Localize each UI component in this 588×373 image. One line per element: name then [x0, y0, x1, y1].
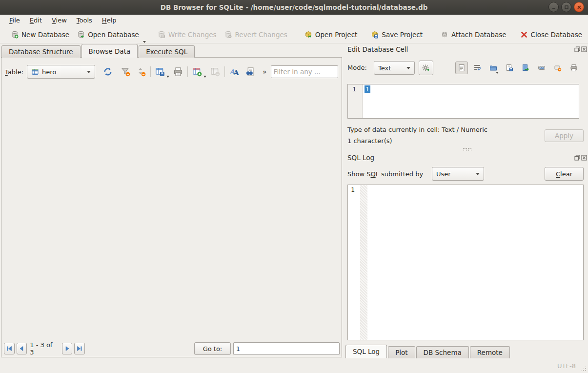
table-select[interactable]: hero [27, 65, 95, 79]
maximize-icon[interactable] [561, 2, 571, 12]
svg-text:A: A [233, 68, 239, 77]
tab-database-structure[interactable]: Database Structure [1, 45, 81, 58]
sql-log-content[interactable] [367, 185, 583, 340]
open-database-dropdown-icon[interactable] [143, 41, 146, 43]
revert-changes-button: Revert Changes [221, 29, 291, 41]
new-database-button[interactable]: New Database [7, 29, 73, 41]
revert-changes-icon [224, 31, 232, 39]
fold-margin [360, 185, 367, 340]
edit-display-format-button[interactable]: AA [228, 66, 240, 78]
cell-type-text: Type of data currently in cell: Text / N… [347, 126, 487, 133]
window-resize-grip[interactable] [581, 366, 587, 372]
cell-length-text: 1 character(s) [347, 137, 392, 145]
previous-record-button[interactable] [17, 343, 27, 354]
first-record-button[interactable] [4, 343, 15, 354]
clear-sort-icon [136, 67, 146, 77]
global-filter-input[interactable] [271, 65, 338, 78]
word-wrap-toggle[interactable] [471, 62, 483, 74]
menubar: File Edit View Tools Help [0, 15, 588, 26]
insert-record-dropdown-icon[interactable] [203, 76, 206, 78]
save-project-button[interactable]: Save Project [367, 29, 426, 41]
export-icon [522, 64, 529, 72]
last-record-button[interactable] [74, 343, 85, 354]
save-table-button[interactable] [154, 66, 166, 78]
refresh-button[interactable] [102, 66, 114, 78]
sql-source-select[interactable]: User [432, 167, 484, 181]
print-button[interactable] [172, 66, 184, 78]
tab-plot[interactable]: Plot [388, 346, 415, 358]
set-null-button[interactable] [552, 62, 564, 74]
tab-db-schema[interactable]: DB Schema [416, 346, 469, 358]
apply-format-button[interactable] [419, 61, 433, 75]
encoding-status: UTF-8 [557, 362, 576, 370]
save-table-dropdown-icon[interactable] [166, 76, 169, 78]
insert-record-button[interactable] [191, 66, 203, 78]
menu-view[interactable]: View [47, 16, 71, 25]
attach-database-button[interactable]: Attach Database [437, 29, 510, 41]
sql-log-editor[interactable]: 1 [347, 185, 584, 340]
open-file-icon [489, 64, 497, 72]
tab-remote[interactable]: Remote [470, 346, 510, 358]
menu-help[interactable]: Help [98, 16, 121, 25]
text-mode-toggle[interactable] [455, 62, 468, 74]
copy-link-button[interactable] [536, 62, 547, 74]
float-panel-icon[interactable] [574, 46, 581, 53]
titlebar: DB Browser for SQLite - /home/user/code/… [0, 0, 588, 15]
goto-input[interactable] [233, 342, 340, 355]
close-panel-icon[interactable] [581, 46, 588, 53]
toolbar-separator [150, 66, 151, 77]
binoculars-icon [245, 67, 255, 77]
record-range-text: 1 - 3 of 3 [30, 341, 58, 356]
dock-splitter-handle[interactable] [463, 147, 471, 151]
gear-icon [422, 64, 430, 72]
find-in-table-button[interactable] [244, 66, 256, 78]
toolbar-overflow-chevron[interactable]: » [263, 68, 267, 76]
minimize-icon[interactable] [548, 2, 559, 12]
table-label: Table: [5, 68, 23, 76]
next-record-button[interactable] [62, 343, 73, 354]
close-panel-icon[interactable] [581, 154, 588, 161]
float-panel-icon[interactable] [574, 154, 581, 161]
first-record-icon [6, 346, 12, 352]
bottom-tab-bar: SQL Log Plot DB Schema Remote [345, 345, 510, 358]
tab-browse-data[interactable]: Browse Data [81, 44, 138, 58]
clear-filters-button[interactable] [120, 66, 131, 78]
print-cell-button[interactable] [568, 62, 580, 74]
menu-edit[interactable]: Edit [25, 16, 46, 25]
save-as-icon [506, 64, 513, 72]
goto-button[interactable]: Go to: [194, 342, 231, 355]
save-cell-button[interactable] [504, 62, 515, 74]
cell-editor[interactable]: 1 1 [347, 84, 579, 119]
mode-select[interactable]: Text [374, 61, 415, 75]
toolbar-separator [187, 66, 188, 77]
browse-controls: Table: hero AA » [5, 64, 340, 79]
clear-log-button[interactable]: Clear [545, 167, 584, 181]
close-icon[interactable] [574, 2, 584, 12]
import-cell-button[interactable] [487, 62, 499, 74]
clear-sorting-button[interactable] [135, 66, 147, 78]
project-open-icon [304, 31, 312, 39]
printer-icon [570, 64, 578, 72]
tab-execute-sql[interactable]: Execute SQL [139, 45, 195, 58]
open-project-button[interactable]: Open Project [301, 29, 362, 41]
save-table-icon [155, 67, 165, 77]
menu-tools[interactable]: Tools [72, 16, 97, 25]
main-tab-bar: Database Structure Browse Data Execute S… [1, 44, 195, 58]
set-null-icon [554, 64, 562, 72]
last-record-icon [77, 346, 82, 352]
insert-record-icon [192, 67, 202, 77]
cell-editor-line-number: 1 [348, 84, 363, 118]
open-database-button[interactable]: Open Database [73, 29, 143, 41]
export-cell-button[interactable] [520, 62, 531, 74]
write-changes-button: Write Changes [154, 29, 221, 41]
text-document-icon [458, 64, 466, 72]
sql-log-line-number: 1 [348, 185, 360, 340]
main-toolbar: New Database Open Database Write Changes… [0, 26, 588, 43]
close-database-button[interactable]: Close Database [516, 29, 586, 41]
chevron-down-icon [87, 71, 91, 73]
cell-editor-content[interactable]: 1 [365, 85, 370, 93]
record-pager: 1 - 3 of 3 Go to: [4, 342, 340, 355]
tab-sql-log[interactable]: SQL Log [345, 345, 387, 358]
menu-file[interactable]: File [5, 16, 24, 25]
show-sql-label: Show SQL submitted by [347, 170, 423, 178]
